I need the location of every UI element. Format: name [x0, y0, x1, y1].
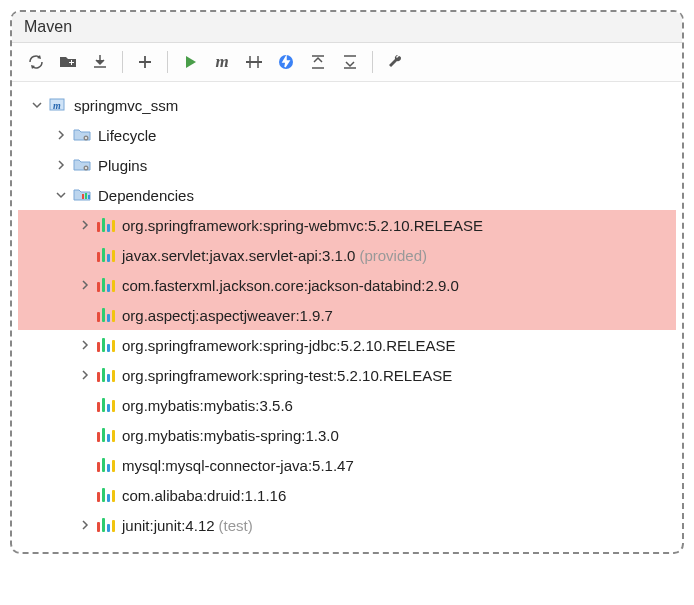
plus-icon: [138, 55, 152, 69]
dependency-node[interactable]: org.springframework:spring-test:5.2.10.R…: [18, 360, 676, 390]
dependency-label: javax.servlet:javax.servlet-api:3.1.0: [122, 247, 355, 264]
folder-plus-icon: [59, 54, 77, 70]
library-icon: [96, 485, 116, 505]
library-icon: [96, 215, 116, 235]
toolbar-separator: [167, 51, 168, 73]
library-icon: [96, 425, 116, 445]
dependency-label: org.springframework:spring-test:5.2.10.R…: [122, 367, 452, 384]
svg-point-6: [85, 167, 87, 169]
svg-rect-7: [82, 194, 84, 199]
dependency-node[interactable]: org.mybatis:mybatis-spring:1.3.0: [18, 420, 676, 450]
library-icon: [96, 275, 116, 295]
dependency-node[interactable]: com.alibaba:druid:1.1.16: [18, 480, 676, 510]
wrench-icon: [387, 54, 403, 70]
panel-title: Maven: [12, 12, 682, 43]
download-icon: [92, 54, 108, 70]
expand-button[interactable]: [336, 49, 364, 75]
svg-rect-9: [88, 195, 90, 199]
dependency-node[interactable]: org.aspectj:aspectjweaver:1.9.7: [18, 300, 676, 330]
lifecycle-label: Lifecycle: [98, 127, 156, 144]
maven-m-icon: m: [215, 52, 228, 72]
svg-text:m: m: [53, 100, 61, 111]
chevron-right-icon[interactable]: [52, 126, 70, 144]
offline-button[interactable]: [272, 49, 300, 75]
plugins-label: Plugins: [98, 157, 147, 174]
folder-gear-icon: [72, 125, 92, 145]
dependency-label: com.alibaba:druid:1.1.16: [122, 487, 286, 504]
chevron-down-icon[interactable]: [52, 186, 70, 204]
add-button[interactable]: [131, 49, 159, 75]
library-icon: [96, 245, 116, 265]
maven-project-icon: m: [48, 95, 68, 115]
library-icon: [96, 395, 116, 415]
dependency-node[interactable]: org.mybatis:mybatis:3.5.6: [18, 390, 676, 420]
dependency-scope: (test): [219, 517, 253, 534]
maven-tree: m springmvc_ssm Lifecycle Plugins: [12, 82, 682, 552]
chevron-right-icon[interactable]: [76, 366, 94, 384]
library-icon: [96, 455, 116, 475]
library-icon: [96, 305, 116, 325]
toolbar: m: [12, 43, 682, 82]
skip-icon: [245, 54, 263, 70]
generate-button[interactable]: [54, 49, 82, 75]
maven-panel: Maven m: [10, 10, 684, 554]
chevron-right-icon[interactable]: [76, 216, 94, 234]
chevron-right-icon[interactable]: [76, 516, 94, 534]
dependency-label: mysql:mysql-connector-java:5.1.47: [122, 457, 354, 474]
offline-icon: [278, 54, 294, 70]
expand-icon: [342, 54, 358, 70]
play-icon: [183, 55, 197, 69]
project-label: springmvc_ssm: [74, 97, 178, 114]
svg-point-4: [85, 137, 87, 139]
dependency-label: org.springframework:spring-webmvc:5.2.10…: [122, 217, 483, 234]
dependency-node[interactable]: junit:junit:4.12(test): [18, 510, 676, 540]
collapse-button[interactable]: [304, 49, 332, 75]
folder-gear-icon: [72, 155, 92, 175]
dependency-node[interactable]: com.fasterxml.jackson.core:jackson-datab…: [18, 270, 676, 300]
dependency-node[interactable]: mysql:mysql-connector-java:5.1.47: [18, 450, 676, 480]
dependency-label: com.fasterxml.jackson.core:jackson-datab…: [122, 277, 459, 294]
dependency-scope: (provided): [359, 247, 427, 264]
library-icon: [96, 335, 116, 355]
dependency-label: org.mybatis:mybatis:3.5.6: [122, 397, 293, 414]
dependency-label: org.springframework:spring-jdbc:5.2.10.R…: [122, 337, 456, 354]
project-node[interactable]: m springmvc_ssm: [18, 90, 676, 120]
run-button[interactable]: [176, 49, 204, 75]
collapse-icon: [310, 54, 326, 70]
dependencies-node[interactable]: Dependencies: [18, 180, 676, 210]
maven-button[interactable]: m: [208, 49, 236, 75]
chevron-right-icon[interactable]: [76, 276, 94, 294]
toolbar-separator: [372, 51, 373, 73]
library-icon: [96, 515, 116, 535]
toolbar-separator: [122, 51, 123, 73]
dependency-node[interactable]: org.springframework:spring-jdbc:5.2.10.R…: [18, 330, 676, 360]
chevron-right-icon[interactable]: [76, 336, 94, 354]
chevron-right-icon[interactable]: [52, 156, 70, 174]
dependency-node[interactable]: javax.servlet:javax.servlet-api:3.1.0(pr…: [18, 240, 676, 270]
svg-rect-8: [85, 193, 87, 199]
refresh-icon: [28, 54, 44, 70]
dependency-node[interactable]: org.springframework:spring-webmvc:5.2.10…: [18, 210, 676, 240]
folder-lib-icon: [72, 185, 92, 205]
dependency-label: org.mybatis:mybatis-spring:1.3.0: [122, 427, 339, 444]
panel-title-text: Maven: [24, 18, 72, 35]
dependencies-label: Dependencies: [98, 187, 194, 204]
skip-tests-button[interactable]: [240, 49, 268, 75]
reload-button[interactable]: [22, 49, 50, 75]
lifecycle-node[interactable]: Lifecycle: [18, 120, 676, 150]
library-icon: [96, 365, 116, 385]
dependency-label: junit:junit:4.12: [122, 517, 215, 534]
plugins-node[interactable]: Plugins: [18, 150, 676, 180]
chevron-down-icon[interactable]: [28, 96, 46, 114]
dependency-label: org.aspectj:aspectjweaver:1.9.7: [122, 307, 333, 324]
download-button[interactable]: [86, 49, 114, 75]
settings-button[interactable]: [381, 49, 409, 75]
